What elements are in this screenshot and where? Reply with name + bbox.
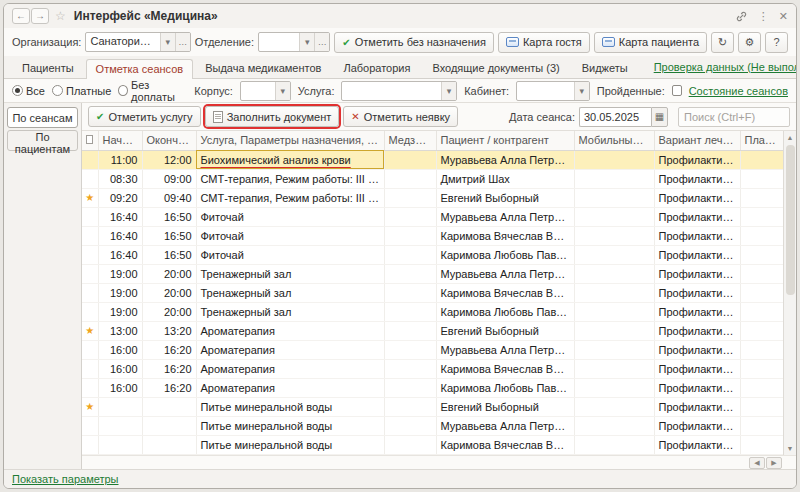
table-row[interactable]: ★ Питье минеральной воды Евгений Выборны… [82,397,783,416]
show-parameters-link[interactable]: Показать параметры [12,473,119,485]
table-row[interactable]: 16:00 16:20 Ароматерапия Каримова Любовь… [82,378,783,397]
mark-service-button[interactable]: ✔ Отметить услугу [88,106,201,127]
tab-laboratory[interactable]: Лаборатория [333,58,420,78]
column-header-patient[interactable]: Пациент / контрагент [436,131,574,150]
organization-select[interactable]: Санаторий "Родные просто ▾ … [85,32,190,52]
mark-absence-button[interactable]: ✕ Отметить неявку [343,106,458,127]
table-row[interactable]: 16:40 16:50 Фиточай Каримова Любовь Павл… [82,245,783,264]
scrollbar-thumb[interactable] [786,145,795,295]
by-sessions-button[interactable]: По сеансам [7,107,78,128]
cabinet-select[interactable]: ▾ [516,81,590,101]
cell-phone [574,340,654,359]
cell-treatment: Профилактический [654,245,740,264]
cell-star [82,283,98,302]
favorite-star-icon[interactable]: ☆ [55,9,66,23]
status-column-header[interactable] [82,131,98,150]
column-header-medrecord[interactable]: Медзапись [384,131,436,150]
cell-patient: Каримова Вячеслав Валерьев... [436,226,574,245]
service-select[interactable]: ▾ [341,81,457,101]
check-icon: ✔ [96,111,104,122]
table-row[interactable]: ★ 09:20 09:40 СМТ-терапия, Режим работы:… [82,188,783,207]
cell-star [82,359,98,378]
table-row[interactable]: 19:00 20:00 Тренажерный зал Каримова Люб… [82,302,783,321]
table-row[interactable]: 16:40 16:50 Фиточай Каримова Вячеслав Ва… [82,226,783,245]
choose-icon[interactable]: … [314,33,329,51]
cell-service: Фиточай [196,245,384,264]
tab-patients[interactable]: Пациенты [12,58,84,78]
settings-button[interactable]: ⚙ [738,32,761,53]
table-row[interactable]: 11:00 12:00 Биохимический анализ крови М… [82,150,783,169]
filter-all-radio[interactable]: Все [12,85,45,97]
cell-paid [740,359,783,378]
passed-checkbox[interactable] [672,85,682,96]
cell-start: 13:00 [98,321,142,340]
cell-treatment: Профилактический [654,359,740,378]
scroll-left-icon[interactable]: ◀ [749,457,765,469]
search-input[interactable] [678,107,790,127]
tab-session-marking[interactable]: Отметка сеансов [86,59,194,79]
organization-value: Санаторий "Родные просто [86,33,159,51]
tab-medication-dispensing[interactable]: Выдача медикаментов [195,58,331,78]
help-button[interactable]: ? [765,32,788,53]
table-row[interactable]: 08:30 09:00 СМТ-терапия, Режим работы: I… [82,169,783,188]
back-button[interactable]: ← [12,8,30,24]
column-header-treatment[interactable]: Вариант лечения [654,131,740,150]
cell-end: 16:20 [142,378,196,397]
cell-star [82,207,98,226]
chevron-down-icon[interactable]: ▾ [574,82,589,100]
table-row[interactable]: Питье минеральной воды Каримова Вячеслав… [82,435,783,454]
column-header-start[interactable]: Начало [98,131,142,150]
table-row[interactable]: 16:00 16:20 Ароматерапия Каримова Вячесл… [82,359,783,378]
by-patients-button[interactable]: По пациентам [7,130,78,151]
cell-service: СМТ-терапия, Режим работы: III – IV 50 Г… [196,188,384,207]
column-header-end[interactable]: Окончание [142,131,196,150]
scroll-right-icon[interactable]: ▶ [766,457,782,469]
guest-card-button[interactable]: Карта гостя [498,32,590,53]
chevron-down-icon[interactable]: ▾ [441,82,456,100]
column-header-phone[interactable]: Мобильный телефон [574,131,654,150]
more-icon[interactable]: ⋮ [758,10,769,23]
close-icon[interactable]: ✕ [779,10,788,23]
cell-end: 09:00 [142,169,196,188]
data-check-link[interactable]: Проверка данных (Не выполнялась) [654,61,797,73]
cell-start [98,435,142,454]
scroll-down-icon[interactable]: ▼ [784,442,797,455]
cell-patient: Каримова Вячеслав Валерьев... [436,435,574,454]
session-date-input[interactable] [579,107,651,127]
calendar-icon[interactable]: ▦ [651,107,668,127]
table-row[interactable]: 19:00 20:00 Тренажерный зал Каримова Вяч… [82,283,783,302]
mark-without-assignment-button[interactable]: ✔ Отметить без назначения [334,32,494,53]
chevron-down-icon[interactable]: ▾ [275,82,290,100]
table-header-row: Начало Окончание Услуга, Параметры назна… [82,131,783,150]
patient-card-button[interactable]: Карта пациента [594,32,707,53]
vertical-scrollbar[interactable]: ▲ ▼ [783,131,796,455]
cell-phone [574,397,654,416]
column-header-paid[interactable]: Платная [740,131,783,150]
cell-phone [574,359,654,378]
department-select[interactable]: ▾ … [258,32,330,52]
choose-icon[interactable]: … [175,33,190,51]
table-row[interactable]: ★ 13:00 13:20 Ароматерапия Евгений Выбор… [82,321,783,340]
cell-end: 12:00 [142,150,196,169]
column-header-service[interactable]: Услуга, Параметры назначения, Комментари… [196,131,384,150]
table-row[interactable]: Питье минеральной воды Муравьева Алла Пе… [82,416,783,435]
tab-widgets[interactable]: Виджеты [572,58,638,78]
scroll-up-icon[interactable]: ▲ [784,131,797,144]
chevron-down-icon[interactable]: ▾ [160,33,175,51]
table-row[interactable]: 16:00 16:20 Ароматерапия Муравьева Алла … [82,340,783,359]
cell-paid [740,245,783,264]
table-row[interactable]: 19:00 20:00 Тренажерный зал Муравьева Ал… [82,264,783,283]
link-icon[interactable] [735,9,748,23]
cell-medrecord [384,359,436,378]
fill-document-button[interactable]: Заполнить документ [205,106,340,127]
forward-button[interactable]: → [31,8,49,24]
building-select[interactable]: ▾ [240,81,291,101]
refresh-button[interactable]: ↻ [711,32,734,53]
cell-medrecord [384,150,436,169]
table-row[interactable]: 16:40 16:50 Фиточай Муравьева Алла Петро… [82,207,783,226]
filter-paid-radio[interactable]: Платные [52,85,111,97]
chevron-down-icon[interactable]: ▾ [299,33,314,51]
sessions-state-link[interactable]: Состояние сеансов [689,85,788,97]
tab-incoming-documents[interactable]: Входящие документы (3) [422,58,569,78]
filter-no-surcharge-radio[interactable]: Без доплаты [118,79,187,103]
